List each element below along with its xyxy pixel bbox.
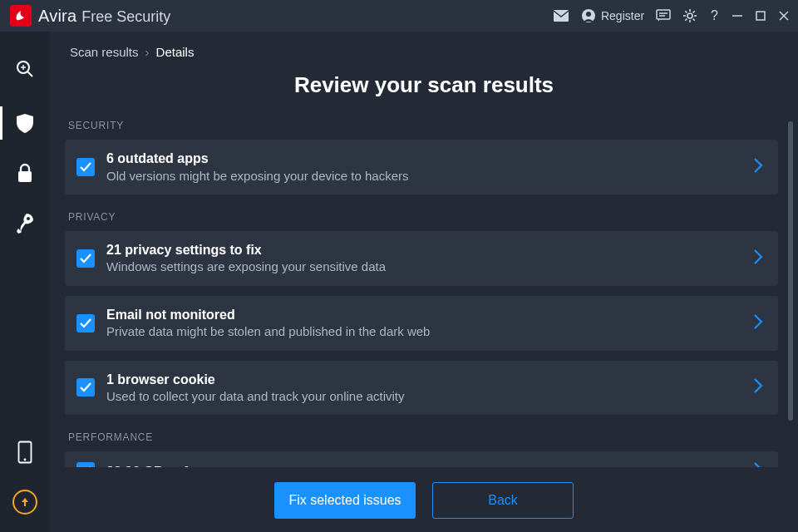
window-close-icon[interactable]	[778, 10, 790, 22]
svg-point-4	[687, 13, 692, 18]
mail-icon[interactable]	[553, 9, 569, 22]
page-title: Review your scan results	[50, 62, 798, 113]
sidebar-item-upgrade[interactable]	[0, 477, 50, 527]
result-card-outdated-apps[interactable]: 6 outdated apps Old versions might be ex…	[65, 140, 778, 195]
brand-primary: Avira	[38, 7, 76, 26]
window-maximize-icon[interactable]	[755, 10, 766, 22]
svg-line-10	[693, 19, 695, 21]
content-area: Scan results › Details Review your scan …	[50, 32, 798, 532]
section-label-performance: PERFORMANCE	[65, 425, 778, 451]
svg-line-18	[27, 71, 32, 76]
sidebar-item-security[interactable]	[0, 98, 50, 148]
footer: Fix selected issues Back	[50, 467, 798, 532]
section-label-security: SECURITY	[65, 113, 778, 140]
svg-rect-21	[18, 171, 32, 182]
sidebar	[0, 32, 50, 532]
breadcrumb-leaf: Details	[156, 45, 195, 59]
chevron-right-icon: ›	[145, 45, 150, 59]
title-bar: Avira Free Security Register ?	[0, 0, 798, 32]
checkbox[interactable]	[76, 314, 95, 332]
chevron-right-icon	[753, 461, 763, 467]
card-title: Email not monitored	[106, 306, 741, 324]
chevron-right-icon	[753, 249, 763, 268]
section-label-privacy: PRIVACY	[65, 204, 778, 231]
chevron-right-icon	[753, 157, 763, 177]
upgrade-badge-icon	[12, 490, 37, 515]
sidebar-item-privacy[interactable]	[0, 148, 50, 198]
card-subtitle: Used to collect your data and track your…	[106, 388, 741, 405]
result-card-free-up[interactable]: 22,96 GB to free up	[65, 451, 778, 467]
svg-rect-0	[554, 10, 569, 22]
card-title: 6 outdated apps	[106, 150, 741, 168]
result-card-browser-cookie[interactable]: 1 browser cookie Used to collect your da…	[65, 361, 778, 416]
svg-point-22	[27, 217, 30, 220]
back-button[interactable]: Back	[432, 482, 574, 519]
svg-rect-14	[756, 12, 765, 20]
checkbox[interactable]	[76, 462, 95, 467]
sidebar-item-scan[interactable]	[0, 40, 50, 98]
svg-rect-3	[657, 10, 670, 19]
scrollbar[interactable]	[788, 121, 793, 421]
help-icon[interactable]: ?	[709, 8, 720, 23]
svg-point-24	[24, 459, 27, 461]
register-button[interactable]: Register	[581, 8, 644, 23]
settings-gear-icon[interactable]	[682, 8, 697, 23]
brand-secondary: Free Security	[81, 8, 170, 26]
card-title: 22,96 GB to free up	[106, 463, 741, 467]
svg-line-9	[685, 11, 687, 12]
sidebar-item-device[interactable]	[0, 427, 50, 477]
card-subtitle: Windows settings are exposing your sensi…	[106, 259, 741, 275]
card-title: 1 browser cookie	[106, 371, 741, 389]
card-subtitle: Old versions might be exposing your devi…	[106, 168, 741, 185]
chevron-right-icon	[753, 313, 763, 333]
results-scroll-area: SECURITY 6 outdated apps Old versions mi…	[50, 113, 798, 467]
svg-line-11	[693, 11, 695, 12]
result-card-email-monitor[interactable]: Email not monitored Private data might b…	[65, 296, 778, 351]
titlebar-actions: Register ?	[553, 8, 790, 23]
sidebar-item-performance[interactable]	[0, 198, 50, 248]
brand: Avira Free Security	[38, 7, 170, 26]
checkbox[interactable]	[76, 158, 95, 176]
svg-line-12	[685, 19, 687, 21]
chevron-right-icon	[753, 377, 763, 397]
result-card-privacy-settings[interactable]: 21 privacy settings to fix Windows setti…	[65, 231, 778, 286]
breadcrumb-root[interactable]: Scan results	[70, 45, 139, 59]
breadcrumb: Scan results › Details	[50, 32, 798, 62]
card-subtitle: Private data might be stolen and publish…	[106, 323, 741, 340]
window-minimize-icon[interactable]	[732, 10, 743, 22]
svg-point-2	[586, 12, 591, 17]
register-label: Register	[601, 9, 644, 22]
feedback-icon[interactable]	[656, 8, 671, 23]
checkbox[interactable]	[76, 249, 95, 268]
checkbox[interactable]	[76, 378, 95, 397]
fix-selected-button[interactable]: Fix selected issues	[274, 482, 416, 519]
avira-logo	[10, 5, 32, 27]
card-title: 21 privacy settings to fix	[106, 241, 741, 259]
